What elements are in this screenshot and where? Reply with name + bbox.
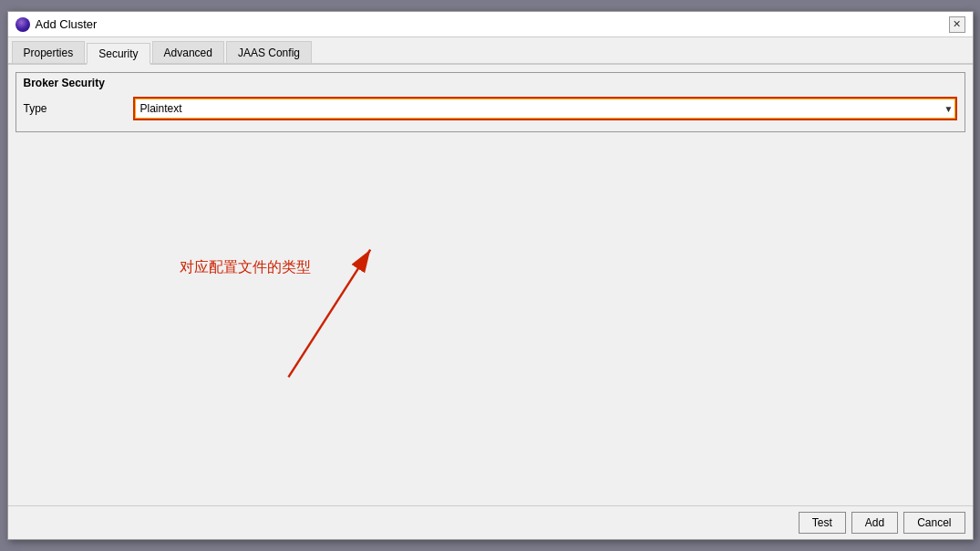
annotation-text: 对应配置文件的类型 (180, 258, 311, 277)
tab-properties[interactable]: Properties (12, 41, 86, 63)
type-row: Type Plaintext SSL SASL_PLAINTEXT SASL_S… (24, 97, 957, 120)
broker-security-legend: Broker Security (24, 77, 957, 89)
annotation-area: 对应配置文件的类型 (15, 140, 965, 505)
footer: Test Add Cancel (8, 505, 973, 539)
close-button[interactable]: ✕ (949, 16, 965, 33)
tab-bar: Properties Security Advanced JAAS Config (8, 37, 973, 65)
add-button[interactable]: Add (851, 512, 898, 534)
broker-security-group: Broker Security Type Plaintext SSL SASL_… (15, 72, 965, 132)
dialog-title: Add Cluster (36, 17, 98, 31)
title-bar: Add Cluster ✕ (8, 12, 973, 37)
tab-advanced[interactable]: Advanced (152, 41, 224, 63)
cancel-button[interactable]: Cancel (903, 512, 965, 534)
type-select[interactable]: Plaintext SSL SASL_PLAINTEXT SASL_SSL (133, 97, 957, 120)
tab-jaas-config[interactable]: JAAS Config (226, 41, 312, 63)
test-button[interactable]: Test (799, 512, 846, 534)
title-bar-left: Add Cluster (15, 17, 98, 32)
annotation-arrow (15, 140, 965, 505)
tab-security[interactable]: Security (87, 43, 150, 65)
content-area: Broker Security Type Plaintext SSL SASL_… (8, 65, 973, 505)
type-select-wrapper: Plaintext SSL SASL_PLAINTEXT SASL_SSL ▼ (133, 97, 957, 120)
app-icon (15, 17, 30, 32)
add-cluster-dialog: Add Cluster ✕ Properties Security Advanc… (7, 11, 974, 540)
type-control-wrap: Plaintext SSL SASL_PLAINTEXT SASL_SSL ▼ (133, 97, 957, 120)
type-label: Type (24, 102, 133, 115)
